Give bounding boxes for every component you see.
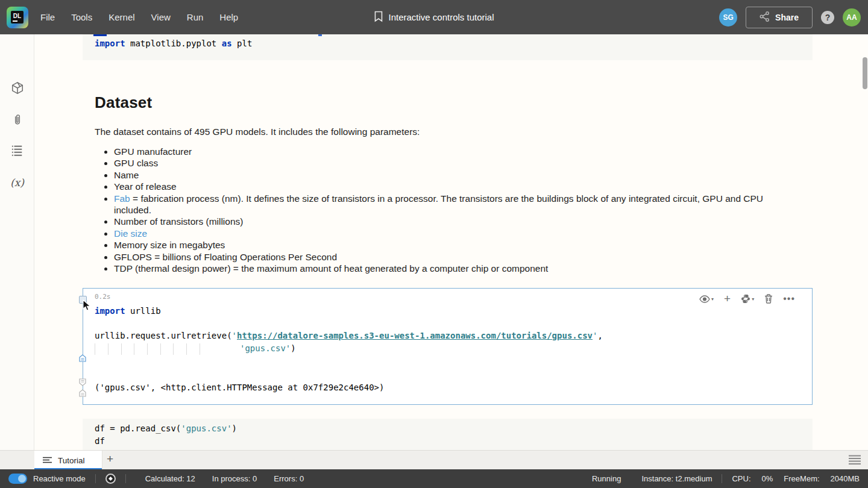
menu-tools[interactable]: Tools <box>71 12 92 22</box>
variables-label: (x) <box>10 177 24 189</box>
list-item: Die size <box>114 228 797 239</box>
code-line[interactable]: import matplotlib.pyplot as plt <box>95 39 252 48</box>
in-process-count: In process: 0 <box>212 474 257 483</box>
chevron-down-icon: ▾ <box>752 296 754 302</box>
sheets-tab-bar: Tutorial + <box>0 450 868 469</box>
collapse-output-handle[interactable] <box>79 378 86 389</box>
left-tool-sidebar: (x) <box>0 34 34 450</box>
vertical-scrollbar[interactable] <box>863 57 867 89</box>
code-line[interactable]: 'gpus.csv') <box>240 343 296 353</box>
reactive-mode-toggle[interactable] <box>8 474 27 484</box>
parameters-list: GPU manufacturer GPU class Name Year of … <box>95 146 797 274</box>
section-heading: Dataset <box>95 93 797 112</box>
calculated-count: Calculated: 12 <box>145 474 195 483</box>
share-button[interactable]: Share <box>746 7 813 28</box>
environment-packages-icon[interactable] <box>0 81 34 95</box>
datalore-logo-icon[interactable]: DL <box>7 7 28 28</box>
sheet-menu-icon <box>43 456 52 465</box>
menu-file[interactable]: File <box>40 12 55 22</box>
notebook-editor: import matplotlib.pyplot as plt Dataset … <box>34 34 868 450</box>
sheet-list-icon[interactable] <box>849 455 861 468</box>
more-actions-button[interactable]: ••• <box>783 293 795 304</box>
chevron-down-icon: ▾ <box>711 296 714 302</box>
intro-paragraph: The dataset contains of 495 GPU models. … <box>95 127 797 137</box>
code-line[interactable]: df = pd.read_csv('gpus.csv') <box>95 424 237 433</box>
help-icon[interactable]: ? <box>821 11 834 24</box>
menu-view[interactable]: View <box>151 12 171 22</box>
list-item: Year of release <box>114 181 797 192</box>
instance-info[interactable]: Instance: t2.medium <box>641 474 712 483</box>
tab-tutorial[interactable]: Tutorial <box>34 451 102 470</box>
list-item: GFLOPS = billions of Floating Operations… <box>114 251 797 263</box>
cpu-label: CPU: <box>732 474 750 483</box>
add-cell-button[interactable]: + <box>724 295 731 303</box>
collapse-input-handle[interactable] <box>79 354 86 364</box>
list-item: Fab = fabrication process (nm). It defin… <box>114 193 797 216</box>
visibility-dropdown-button[interactable]: ▾ <box>699 295 714 303</box>
datalore-app: DL File Tools Kernel View Run Help Inter… <box>0 0 868 488</box>
mouse-cursor <box>83 299 93 314</box>
code-cell-read-csv[interactable]: df = pd.read_csv('gpus.csv') df <box>83 419 813 450</box>
code-cell-urllib-selected[interactable]: 0.2s ▾ + ▾ <box>83 288 813 405</box>
tab-label: Tutorial <box>58 456 85 465</box>
datalore-logo-text: DL <box>11 11 24 23</box>
cell-language-dropdown-button[interactable]: ▾ <box>741 294 754 304</box>
code-line[interactable]: urllib.request.urlretrieve('https://data… <box>95 331 603 340</box>
cell-output: ('gpus.csv', <http.client.HTTPMessage at… <box>95 383 384 392</box>
execution-time: 0.2s <box>95 293 111 301</box>
list-item: GPU class <box>114 157 797 169</box>
notebook-title[interactable]: Interactive controls tutorial <box>374 11 494 24</box>
divider <box>95 474 96 483</box>
url-hyperlink[interactable]: https://datalore-samples.s3-eu-west-1.am… <box>237 331 593 340</box>
menu-kernel[interactable]: Kernel <box>108 12 134 22</box>
divider <box>722 474 722 483</box>
errors-count: Errors: 0 <box>274 474 304 483</box>
code-line[interactable]: import urllib <box>95 306 161 316</box>
reactive-mode-label: Reactive mode <box>33 474 86 483</box>
clipped-code-fragment <box>318 34 322 36</box>
freemem-label: FreeMem: <box>784 474 819 483</box>
top-menu-bar: DL File Tools Kernel View Run Help Inter… <box>0 0 868 34</box>
list-item: Memory size in megabytes <box>114 239 797 251</box>
status-left: Reactive mode Calculated: 12 In process:… <box>8 474 304 484</box>
freemem-value: 2040MB <box>831 474 860 483</box>
delete-cell-button[interactable] <box>764 294 773 304</box>
collaborator-avatar[interactable]: SG <box>719 8 737 27</box>
die-size-link[interactable]: Die size <box>114 228 147 239</box>
cpu-value: 0% <box>762 474 773 483</box>
share-label: Share <box>775 13 799 22</box>
fab-link[interactable]: Fab <box>114 193 130 204</box>
menu-items: File Tools Kernel View Run Help <box>40 12 238 22</box>
status-right: Running Instance: t2.medium CPU: 0% Free… <box>592 474 860 483</box>
list-item: Number of transistors (millions) <box>114 216 797 227</box>
collapse-output-handle[interactable] <box>79 389 86 399</box>
bookmark-icon <box>374 11 383 24</box>
menu-run[interactable]: Run <box>187 12 204 22</box>
share-icon <box>760 11 770 23</box>
header-right-cluster: SG Share ? AA <box>719 7 861 28</box>
clipped-code-fragment <box>93 34 107 36</box>
list-item: GPU manufacturer <box>114 146 797 157</box>
code-line[interactable]: df <box>95 436 105 446</box>
kernel-state: Running <box>592 474 621 483</box>
status-bar: Reactive mode Calculated: 12 In process:… <box>0 469 868 488</box>
cell-toolbar: ▾ + ▾ ••• <box>699 293 795 304</box>
notebook-title-text: Interactive controls tutorial <box>388 12 494 22</box>
table-of-contents-icon[interactable] <box>0 145 34 157</box>
markdown-cell-dataset[interactable]: Dataset The dataset contains of 495 GPU … <box>95 93 797 274</box>
divider <box>125 474 126 483</box>
user-avatar[interactable]: AA <box>843 8 861 27</box>
variables-viewer-icon[interactable]: (x) <box>0 177 34 189</box>
code-cell-imports[interactable]: import matplotlib.pyplot as plt <box>83 34 813 60</box>
add-sheet-button[interactable]: + <box>107 452 113 466</box>
kernel-status-icon[interactable] <box>105 474 116 484</box>
menu-help[interactable]: Help <box>219 12 238 22</box>
list-item: TDP (thermal design power) = the maximum… <box>114 263 797 274</box>
list-item: Name <box>114 169 797 181</box>
attachments-icon[interactable] <box>0 113 34 127</box>
